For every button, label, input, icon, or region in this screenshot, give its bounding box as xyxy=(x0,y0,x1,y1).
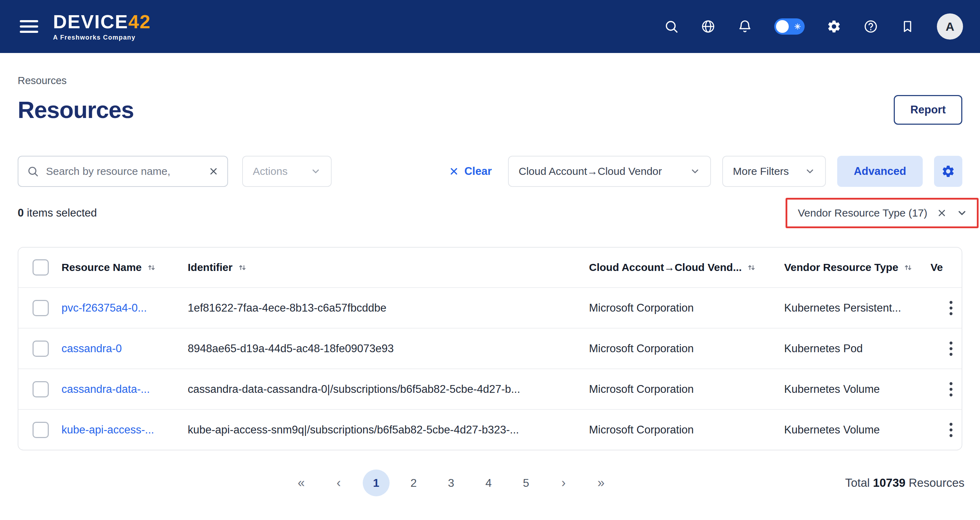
device42-logo[interactable]: DEVICE42 A Freshworks Company xyxy=(53,12,151,41)
vendor-type-value: Kubernetes Persistent... xyxy=(784,302,901,314)
breadcrumb[interactable]: Resources xyxy=(18,75,963,87)
sun-icon xyxy=(793,22,802,31)
cloud-account-value: Microsoft Corporation xyxy=(589,302,694,314)
column-header-identifier: Identifier xyxy=(188,262,232,273)
logo-subtitle: A Freshworks Company xyxy=(53,34,151,41)
column-header-cloud-account: Cloud Account→Cloud Vend... xyxy=(589,262,742,273)
pagination-page-1[interactable]: 1 xyxy=(363,469,390,496)
pagination-next-button[interactable]: › xyxy=(550,469,577,496)
cloud-account-value: Microsoft Corporation xyxy=(589,342,694,355)
pagination-page-4[interactable]: 4 xyxy=(475,469,502,496)
total-resources-summary: Total 10739 Resources xyxy=(845,476,964,490)
row-actions-kebab-icon[interactable] xyxy=(949,341,953,357)
cloud-account-value: Microsoft Corporation xyxy=(589,423,694,436)
row-actions-kebab-icon[interactable] xyxy=(949,382,953,397)
advanced-button[interactable]: Advanced xyxy=(837,156,923,187)
report-button[interactable]: Report xyxy=(894,95,963,125)
logo-accent: 42 xyxy=(128,11,151,32)
pagination-page-3[interactable]: 3 xyxy=(438,469,465,496)
resource-name-link[interactable]: pvc-f26375a4-0... xyxy=(62,302,147,314)
vendor-type-value: Kubernetes Pod xyxy=(784,342,862,355)
pagination-page-2[interactable]: 2 xyxy=(400,469,427,496)
gear-icon[interactable] xyxy=(827,19,842,34)
vendor-type-value: Kubernetes Volume xyxy=(784,423,880,436)
gear-icon xyxy=(941,164,955,178)
sort-icon[interactable] xyxy=(747,263,756,273)
column-header-resource-name: Resource Name xyxy=(62,262,142,273)
row-actions-kebab-icon[interactable] xyxy=(949,422,953,438)
table-row: cassandra-0 8948ae65-d19a-44d5-ac48-18fe… xyxy=(18,328,962,368)
vendor-resource-type-filter-chip[interactable]: Vendor Resource Type (17) xyxy=(788,200,977,227)
select-all-checkbox[interactable] xyxy=(32,259,49,276)
logo-text: DEVICE42 xyxy=(53,12,151,31)
resource-name-link[interactable]: kube-api-access-... xyxy=(62,423,154,436)
clear-x-icon xyxy=(449,166,459,177)
search-input[interactable] xyxy=(45,165,202,178)
resources-table: Resource Name Identifier Cloud Account→C… xyxy=(18,247,963,450)
pagination: « ‹ 1 2 3 4 5 › » Total 10739 Resources xyxy=(18,467,963,499)
user-avatar[interactable]: A xyxy=(937,13,963,40)
main-content: Resources Resources Report Actions xyxy=(0,75,980,499)
column-header-truncated: Ve xyxy=(931,262,943,273)
table-settings-button[interactable] xyxy=(934,156,963,187)
resource-name-link[interactable]: cassandra-data-... xyxy=(62,383,150,396)
row-actions-kebab-icon[interactable] xyxy=(949,300,953,316)
notifications-bell-icon[interactable] xyxy=(738,19,752,34)
pagination-page-5[interactable]: 5 xyxy=(512,469,539,496)
table-header-row: Resource Name Identifier Cloud Account→C… xyxy=(18,247,962,287)
identifier-value: cassandra-data-cassandra-0|/subscription… xyxy=(188,383,520,396)
cloud-account-vendor-dropdown[interactable]: Cloud Account→Cloud Vendor xyxy=(508,156,711,187)
chip-remove-icon[interactable] xyxy=(937,208,947,218)
sort-icon[interactable] xyxy=(237,263,247,273)
globe-icon[interactable] xyxy=(701,19,716,34)
search-clear-icon[interactable] xyxy=(208,166,219,177)
hamburger-menu-icon[interactable] xyxy=(20,20,38,33)
identifier-value: 8948ae65-d19a-44d5-ac48-18fe09073e93 xyxy=(188,342,394,355)
sort-icon[interactable] xyxy=(903,263,913,273)
pagination-first-button[interactable]: « xyxy=(288,469,315,496)
identifier-value: kube-api-access-snm9q|/subscriptions/b6f… xyxy=(188,423,519,436)
chevron-down-icon xyxy=(690,166,700,177)
toggle-knob xyxy=(776,20,789,33)
pagination-prev-button[interactable]: ‹ xyxy=(325,469,352,496)
help-icon[interactable] xyxy=(863,19,878,34)
filter-chip-label: Vendor Resource Type (17) xyxy=(798,207,928,219)
actions-dropdown-label: Actions xyxy=(253,165,288,178)
selected-items-count: 0 items selected xyxy=(18,207,97,219)
clear-filters-button[interactable]: Clear xyxy=(449,165,492,178)
table-row: cassandra-data-... cassandra-data-cassan… xyxy=(18,368,962,409)
resource-name-link[interactable]: cassandra-0 xyxy=(62,342,122,355)
sort-icon[interactable] xyxy=(147,263,156,273)
row-checkbox[interactable] xyxy=(32,381,49,398)
chevron-down-icon[interactable] xyxy=(956,208,967,219)
more-filters-dropdown[interactable]: More Filters xyxy=(722,156,826,187)
search-input-icon xyxy=(27,165,39,178)
chevron-down-icon xyxy=(805,166,815,177)
annotation-highlight-box: Vendor Resource Type (17) xyxy=(786,198,978,228)
more-filters-label: More Filters xyxy=(733,165,789,178)
row-checkbox[interactable] xyxy=(32,300,49,316)
row-checkbox[interactable] xyxy=(32,422,49,438)
table-row: kube-api-access-... kube-api-access-snm9… xyxy=(18,409,962,450)
column-header-vendor-resource-type: Vendor Resource Type xyxy=(784,262,898,273)
page-title: Resources xyxy=(18,97,134,123)
chevron-down-icon xyxy=(310,166,321,177)
top-navbar: DEVICE42 A Freshworks Company xyxy=(0,0,980,53)
bookmark-icon[interactable] xyxy=(900,19,915,34)
row-checkbox[interactable] xyxy=(32,341,49,357)
resource-search-box xyxy=(18,156,228,187)
table-row: pvc-f26375a4-0... 1ef81622-7faa-4ece-8b1… xyxy=(18,287,962,328)
actions-dropdown[interactable]: Actions xyxy=(242,156,332,187)
theme-toggle[interactable] xyxy=(774,18,805,35)
vendor-type-value: Kubernetes Volume xyxy=(784,383,880,396)
search-icon[interactable] xyxy=(664,19,679,34)
identifier-value: 1ef81622-7faa-4ece-8b13-c6a57fbcddbe xyxy=(188,302,387,314)
pagination-last-button[interactable]: » xyxy=(587,469,614,496)
cloud-account-vendor-label: Cloud Account→Cloud Vendor xyxy=(519,165,662,178)
clear-label: Clear xyxy=(464,165,492,178)
cloud-account-value: Microsoft Corporation xyxy=(589,383,694,396)
